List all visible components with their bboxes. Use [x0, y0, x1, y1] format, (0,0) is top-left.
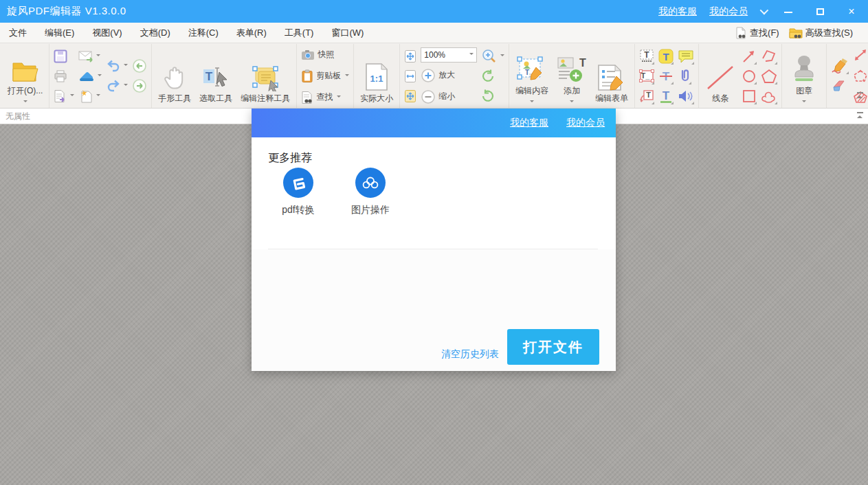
stamp-button[interactable]: 图章 [786, 47, 822, 106]
add-content-icon: T [557, 56, 587, 84]
undo-dropdown-caret [124, 64, 128, 68]
line-tool-button[interactable]: 线条 [703, 47, 737, 106]
shortcuts-row: pdf转换 图片操作 [276, 168, 392, 216]
member-link[interactable]: 我的会员 [709, 5, 748, 18]
dialog-header: 我的客服 我的会员 [252, 109, 616, 137]
text-field-tool-button[interactable]: T_ [639, 68, 654, 84]
toolbar-collapse-button[interactable] [856, 92, 864, 100]
shortcut-image-operations[interactable]: 图片操作 [348, 168, 392, 216]
chevron-down-icon[interactable] [760, 6, 769, 15]
properties-collapse-button[interactable] [856, 112, 864, 120]
shortcut-label: 图片操作 [351, 204, 390, 216]
go-back-button[interactable] [132, 58, 147, 74]
menu-document[interactable]: 文档(D) [131, 23, 179, 43]
stamp-icon [788, 55, 820, 84]
dialog-service-link[interactable]: 我的客服 [510, 117, 548, 129]
oval-tool-button[interactable] [742, 68, 757, 84]
undo-button[interactable] [106, 58, 128, 74]
polyline-tool-button[interactable] [761, 48, 777, 65]
perimeter-tool-button[interactable]: 周长 [853, 67, 868, 85]
zoom-out-button[interactable]: 缩小 [421, 88, 455, 106]
email-button[interactable] [78, 48, 100, 65]
zoom-level-caret [469, 53, 474, 57]
open-button[interactable]: 打开(O)... [5, 47, 45, 106]
highlight-text-button[interactable]: T [658, 48, 674, 65]
find-menubar-button[interactable]: 查找(F) [733, 25, 782, 41]
actual-size-button[interactable]: 1:1 实际大小 [358, 47, 395, 106]
clipboard-button[interactable]: 剪贴板 [301, 67, 349, 85]
shortcut-pdf-convert[interactable]: pdf转换 [276, 168, 320, 216]
hand-tool-button[interactable]: 手形工具 [156, 47, 193, 106]
attach-file-button[interactable] [678, 68, 691, 84]
edit-form-button[interactable]: 编辑表单 [593, 47, 630, 106]
menu-view[interactable]: 视图(V) [83, 23, 131, 43]
svg-text:T_: T_ [641, 71, 651, 80]
arrow-tool-button[interactable] [742, 48, 757, 65]
scanner-dropdown-caret [98, 74, 102, 78]
fit-width-button[interactable] [404, 68, 416, 84]
marquee-zoom-caret [500, 54, 504, 58]
edit-annotation-tool-button[interactable]: 编辑注释工具 [238, 47, 292, 106]
image-operations-icon [355, 168, 386, 198]
dialog-body: 更多推荐 pdf转换 图片操作 清空历史列表 打开文件 [252, 137, 616, 371]
advanced-find-menubar-button[interactable]: 高级查找(S) [786, 25, 856, 41]
export-dropdown-caret [70, 94, 74, 98]
note-comment-button[interactable] [678, 48, 694, 65]
menu-edit[interactable]: 编辑(E) [36, 23, 83, 43]
zoom-level-select[interactable]: 100% [421, 47, 477, 63]
menu-file[interactable]: 文件 [0, 23, 36, 43]
rotate-right-button[interactable] [481, 88, 495, 104]
polygon-tool-button[interactable] [761, 68, 777, 84]
fit-page-button[interactable] [404, 48, 416, 65]
clear-history-link[interactable]: 清空历史列表 [441, 348, 499, 361]
advanced-find-folder-icon [789, 27, 803, 39]
pdf-convert-icon [283, 168, 313, 198]
dialog-member-link[interactable]: 我的会员 [566, 117, 605, 129]
title-bar: 旋风PDF编辑器 V1.3.0.0 我的客服 我的会员 × [0, 0, 868, 23]
sound-annotation-button[interactable] [678, 88, 694, 104]
menu-window[interactable]: 窗口(W) [322, 23, 372, 43]
snapshot-button[interactable]: 快照 [301, 46, 334, 64]
typewriter-tool-button[interactable]: T [639, 48, 654, 65]
find-tool-button[interactable]: 查找 [301, 89, 341, 106]
export-document-button[interactable] [54, 88, 74, 104]
menu-tools[interactable]: 工具(T) [276, 23, 323, 43]
service-link[interactable]: 我的客服 [658, 5, 697, 18]
svg-text:1:1: 1:1 [370, 74, 383, 84]
find-dropdown-caret [337, 95, 341, 100]
go-forward-button[interactable] [132, 78, 147, 94]
scanner-button[interactable] [78, 68, 102, 84]
menu-annotation[interactable]: 注释(C) [179, 23, 227, 43]
menu-form[interactable]: 表单(R) [227, 23, 276, 43]
marquee-zoom-button[interactable] [481, 48, 504, 65]
clipboard-dropdown-caret [345, 74, 349, 78]
callout-text-tool-button[interactable]: T [639, 88, 654, 104]
add-button[interactable]: T 添加 [555, 47, 589, 106]
rectangle-tool-button[interactable] [742, 88, 757, 104]
zoom-in-button[interactable]: 放大 [421, 67, 455, 84]
underline-text-button[interactable]: T [658, 88, 674, 104]
svg-text:T: T [663, 89, 670, 102]
startup-dialog: 我的客服 我的会员 更多推荐 pdf转换 图片操作 [252, 109, 616, 371]
fit-visible-button[interactable] [404, 88, 416, 104]
save-button[interactable] [54, 48, 67, 65]
distance-tool-button[interactable]: 距离 [853, 46, 868, 64]
select-tool-button[interactable]: T 选取工具 [197, 47, 234, 106]
edit-content-button[interactable]: T 编辑内容 [513, 47, 550, 106]
eraser-tool-button[interactable] [831, 78, 847, 94]
edit-form-icon [596, 64, 627, 91]
svg-text:T: T [663, 50, 669, 62]
strikethrough-text-button[interactable]: T [658, 68, 674, 84]
edit-content-caret [530, 100, 534, 104]
minimize-button[interactable] [779, 0, 798, 23]
pencil-tool-button[interactable] [831, 58, 849, 74]
cloud-tool-button[interactable] [761, 88, 777, 104]
print-button[interactable] [54, 68, 67, 84]
open-file-button[interactable]: 打开文件 [507, 329, 599, 365]
maximize-button[interactable] [810, 0, 830, 23]
menu-bar: 文件 编辑(E) 视图(V) 文档(D) 注释(C) 表单(R) 工具(T) 窗… [0, 23, 868, 43]
close-button[interactable]: × [842, 0, 861, 23]
redo-button[interactable] [106, 78, 128, 94]
rotate-left-button[interactable] [481, 68, 495, 84]
new-document-button[interactable] [78, 88, 100, 104]
